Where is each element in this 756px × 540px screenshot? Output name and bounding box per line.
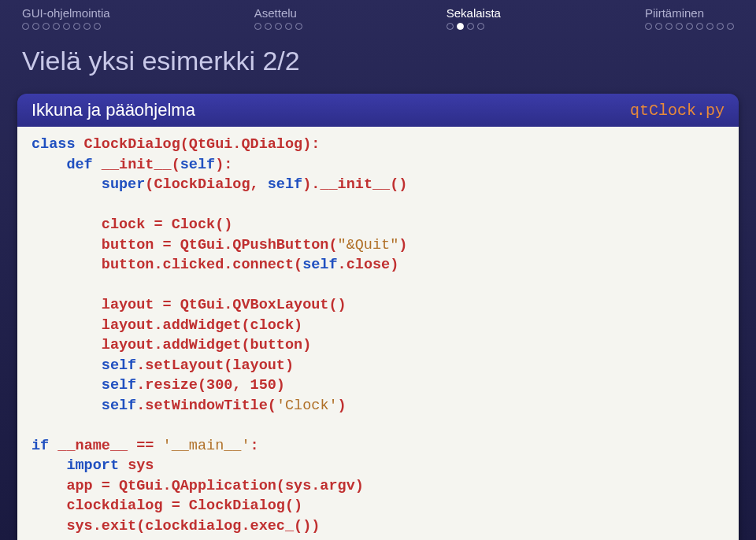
- code-line: layout = QtGui.QVBoxLayout(): [32, 295, 724, 316]
- code-token: .close): [338, 257, 399, 273]
- code-line: clock = Clock(): [32, 215, 724, 235]
- code-token: ): [338, 398, 346, 414]
- code-token: class: [32, 136, 76, 153]
- code-token: self: [102, 398, 136, 414]
- code-line: self.setWindowTitle('Clock'): [32, 396, 724, 416]
- code-token: layout.addWidget(clock): [102, 317, 302, 334]
- progress-dot: [83, 23, 91, 30]
- nav-item[interactable]: Piirtäminen: [645, 6, 734, 30]
- progress-dot: [696, 23, 703, 30]
- block-header: Ikkuna ja pääohjelma qtClock.py: [17, 94, 739, 127]
- code-token: (ClockDialog,: [145, 176, 267, 193]
- code-token: if: [32, 438, 49, 454]
- code-token: button.clicked.connect(: [102, 257, 302, 273]
- code-line: clockdialog = ClockDialog(): [32, 496, 724, 516]
- code-token: sys.exit(clockdialog.exec_()): [66, 518, 320, 534]
- nav-item[interactable]: Asettelu: [254, 6, 302, 30]
- code-token: ClockDialog(QtGui.QDialog):: [76, 136, 321, 153]
- progress-dot: [265, 23, 272, 30]
- code-token: self: [268, 176, 302, 193]
- code-line: layout.addWidget(clock): [32, 316, 724, 336]
- block-heading: Ikkuna ja pääohjelma: [32, 100, 195, 120]
- progress-dot: [275, 23, 282, 30]
- progress-dot: [457, 23, 464, 30]
- code-line: self.resize(300, 150): [32, 375, 724, 396]
- progress-dots: [447, 23, 484, 30]
- code-token: __name__ ==: [49, 438, 162, 454]
- progress-dots: [254, 23, 302, 30]
- code-body: class ClockDialog(QtGui.QDialog):def __i…: [17, 127, 739, 540]
- nav-label: GUI-ohjelmointia: [22, 6, 110, 20]
- code-blank-line: [32, 276, 724, 296]
- progress-dot: [254, 23, 261, 30]
- code-token: import: [66, 457, 119, 474]
- code-token: layout.addWidget(button): [102, 337, 311, 353]
- code-token: sys: [119, 457, 154, 474]
- progress-dot: [32, 23, 39, 30]
- code-blank-line: [32, 416, 724, 436]
- code-token: ):: [215, 157, 232, 173]
- code-line: sys.exit(clockdialog.exec_()): [32, 516, 724, 537]
- code-token: super: [102, 176, 146, 193]
- progress-dot: [94, 23, 101, 30]
- page-title: Vielä yksi esimerkki 2/2: [0, 31, 756, 94]
- code-line: layout.addWidget(button): [32, 335, 724, 356]
- progress-dot: [63, 23, 70, 30]
- code-token: "&Quit": [338, 237, 399, 253]
- code-token: clock = Clock(): [102, 216, 233, 233]
- code-token: self: [180, 157, 215, 173]
- code-line: def __init__(self):: [32, 155, 724, 176]
- progress-dot: [686, 23, 693, 30]
- code-token: app = QtGui.QApplication(sys.argv): [66, 478, 363, 494]
- nav-item[interactable]: GUI-ohjelmointia: [22, 6, 110, 30]
- code-token: layout = QtGui.QVBoxLayout(): [102, 297, 346, 313]
- progress-dot: [665, 23, 673, 30]
- progress-dot: [477, 23, 484, 30]
- code-block: Ikkuna ja pääohjelma qtClock.py class Cl…: [17, 94, 739, 540]
- progress-dots: [645, 23, 734, 30]
- code-token: __init__(: [93, 157, 180, 173]
- code-token: .setWindowTitle(: [136, 398, 276, 414]
- code-token: self: [102, 377, 136, 394]
- nav-item[interactable]: Sekalaista: [447, 6, 501, 30]
- code-blank-line: [32, 195, 724, 216]
- code-token: :: [250, 438, 259, 454]
- code-token: ).__init__(): [302, 176, 407, 193]
- progress-dot: [43, 23, 50, 30]
- code-line: app = QtGui.QApplication(sys.argv): [32, 476, 724, 497]
- progress-dot: [53, 23, 60, 30]
- code-line: if __name__ == '__main__':: [32, 436, 724, 457]
- code-token: 'Clock': [276, 398, 338, 414]
- code-token: def: [66, 157, 92, 173]
- nav-label: Piirtäminen: [645, 6, 704, 20]
- code-line: self.setLayout(layout): [32, 356, 724, 376]
- progress-dot: [467, 23, 474, 30]
- progress-dot: [655, 23, 662, 30]
- progress-dot: [73, 23, 80, 30]
- nav-bar: GUI-ohjelmointiaAsetteluSekalaistaPiirtä…: [0, 0, 756, 31]
- code-line: button.clicked.connect(self.close): [32, 255, 724, 276]
- block-filename: qtClock.py: [630, 102, 724, 120]
- code-token: .setLayout(layout): [136, 357, 294, 374]
- code-token: button = QtGui.QPushButton(: [102, 237, 338, 253]
- code-line: class ClockDialog(QtGui.QDialog):: [32, 135, 724, 155]
- code-token: '__main__': [163, 438, 250, 454]
- progress-dot: [676, 23, 683, 30]
- progress-dot: [717, 23, 724, 30]
- code-token: self: [302, 257, 337, 273]
- progress-dot: [22, 23, 29, 30]
- code-token: clockdialog = ClockDialog(): [66, 497, 302, 514]
- progress-dot: [295, 23, 302, 30]
- code-token: ): [398, 237, 407, 253]
- code-line: super(ClockDialog, self).__init__(): [32, 175, 724, 195]
- progress-dot: [285, 23, 292, 30]
- code-token: .resize(300, 150): [136, 377, 285, 394]
- code-line: import sys: [32, 456, 724, 476]
- nav-label: Asettelu: [254, 6, 297, 20]
- progress-dot: [706, 23, 713, 30]
- code-line: button = QtGui.QPushButton("&Quit"): [32, 235, 724, 256]
- progress-dot: [447, 23, 454, 30]
- progress-dot: [727, 23, 734, 30]
- progress-dots: [22, 23, 101, 30]
- nav-label: Sekalaista: [447, 6, 501, 20]
